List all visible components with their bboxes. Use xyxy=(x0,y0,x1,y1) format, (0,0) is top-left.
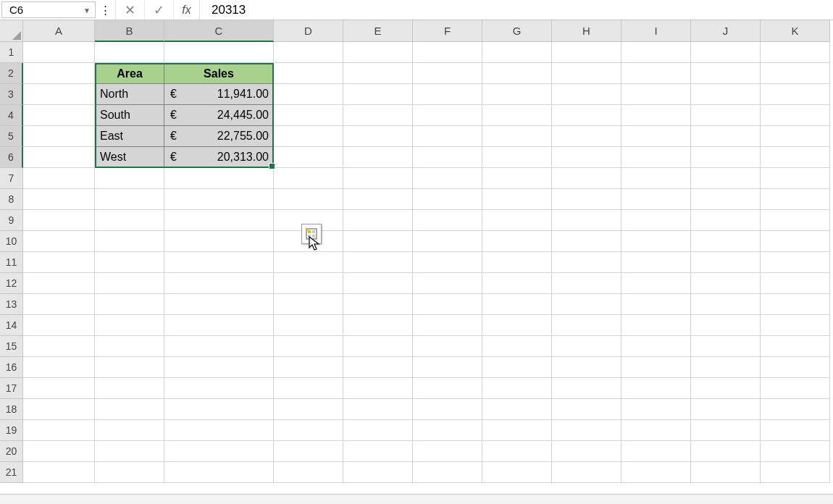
cell-C21[interactable] xyxy=(164,462,274,483)
cell-F14[interactable] xyxy=(413,315,482,336)
cell-H2[interactable] xyxy=(552,63,621,84)
cell-J4[interactable] xyxy=(691,105,761,126)
cell-C8[interactable] xyxy=(164,189,274,210)
cell-D8[interactable] xyxy=(274,189,343,210)
row-header-7[interactable]: 7 xyxy=(0,168,23,189)
column-header-J[interactable]: J xyxy=(691,20,761,42)
cell-G1[interactable] xyxy=(482,42,552,63)
cell-G11[interactable] xyxy=(482,252,552,273)
cell-E9[interactable] xyxy=(343,210,413,231)
cell-H5[interactable] xyxy=(552,126,621,147)
cell-K18[interactable] xyxy=(761,399,830,420)
cell-J7[interactable] xyxy=(691,168,761,189)
cell-B10[interactable] xyxy=(95,231,164,252)
cell-E16[interactable] xyxy=(343,357,413,378)
cell-K13[interactable] xyxy=(761,294,830,315)
cell-H9[interactable] xyxy=(552,210,621,231)
cell-C12[interactable] xyxy=(164,273,274,294)
cell-D18[interactable] xyxy=(274,399,343,420)
cell-C17[interactable] xyxy=(164,378,274,399)
row-header-9[interactable]: 9 xyxy=(0,210,23,231)
column-header-H[interactable]: H xyxy=(552,20,621,42)
cell-A1[interactable] xyxy=(23,42,95,63)
cell-K3[interactable] xyxy=(761,84,830,105)
cell-I3[interactable] xyxy=(621,84,691,105)
column-header-B[interactable]: B xyxy=(95,20,164,42)
cell-C7[interactable] xyxy=(164,168,274,189)
cell-E17[interactable] xyxy=(343,378,413,399)
cell-I2[interactable] xyxy=(621,63,691,84)
cell-I16[interactable] xyxy=(621,357,691,378)
cell-E19[interactable] xyxy=(343,420,413,441)
cell-G10[interactable] xyxy=(482,231,552,252)
cell-G19[interactable] xyxy=(482,420,552,441)
cell-J18[interactable] xyxy=(691,399,761,420)
cell-C14[interactable] xyxy=(164,315,274,336)
cell-B9[interactable] xyxy=(95,210,164,231)
cell-H14[interactable] xyxy=(552,315,621,336)
cell-A19[interactable] xyxy=(23,420,95,441)
cell-D15[interactable] xyxy=(274,336,343,357)
cell-E18[interactable] xyxy=(343,399,413,420)
cell-J15[interactable] xyxy=(691,336,761,357)
row-header-13[interactable]: 13 xyxy=(0,294,23,315)
cell-K4[interactable] xyxy=(761,105,830,126)
cell-J10[interactable] xyxy=(691,231,761,252)
cell-I20[interactable] xyxy=(621,441,691,462)
cell-K7[interactable] xyxy=(761,168,830,189)
cell-B7[interactable] xyxy=(95,168,164,189)
cell-D6[interactable] xyxy=(274,147,343,168)
cell-F5[interactable] xyxy=(413,126,482,147)
cell-F21[interactable] xyxy=(413,462,482,483)
cell-B6[interactable]: West xyxy=(95,147,164,168)
cell-B12[interactable] xyxy=(95,273,164,294)
row-header-14[interactable]: 14 xyxy=(0,315,23,336)
cell-A7[interactable] xyxy=(23,168,95,189)
cell-J17[interactable] xyxy=(691,378,761,399)
cell-C1[interactable] xyxy=(164,42,274,63)
cell-C5[interactable]: €22,755.00 xyxy=(164,126,274,147)
cell-K11[interactable] xyxy=(761,252,830,273)
cell-J5[interactable] xyxy=(691,126,761,147)
cell-C10[interactable] xyxy=(164,231,274,252)
cell-I21[interactable] xyxy=(621,462,691,483)
cell-K15[interactable] xyxy=(761,336,830,357)
cell-E14[interactable] xyxy=(343,315,413,336)
cell-K2[interactable] xyxy=(761,63,830,84)
name-box-dropdown-icon[interactable]: ▼ xyxy=(80,4,93,17)
cell-B13[interactable] xyxy=(95,294,164,315)
cell-K5[interactable] xyxy=(761,126,830,147)
cell-B18[interactable] xyxy=(95,399,164,420)
cell-B16[interactable] xyxy=(95,357,164,378)
cell-F16[interactable] xyxy=(413,357,482,378)
cell-G16[interactable] xyxy=(482,357,552,378)
cell-A6[interactable] xyxy=(23,147,95,168)
cell-K21[interactable] xyxy=(761,462,830,483)
cell-A12[interactable] xyxy=(23,273,95,294)
cell-H21[interactable] xyxy=(552,462,621,483)
cell-E21[interactable] xyxy=(343,462,413,483)
cell-I8[interactable] xyxy=(621,189,691,210)
cell-H4[interactable] xyxy=(552,105,621,126)
name-box[interactable]: C6 ▼ xyxy=(1,1,96,18)
cell-J9[interactable] xyxy=(691,210,761,231)
cell-E8[interactable] xyxy=(343,189,413,210)
cell-B17[interactable] xyxy=(95,378,164,399)
cell-A18[interactable] xyxy=(23,399,95,420)
cell-K6[interactable] xyxy=(761,147,830,168)
cell-A14[interactable] xyxy=(23,315,95,336)
cell-A2[interactable] xyxy=(23,63,95,84)
cell-C11[interactable] xyxy=(164,252,274,273)
cell-E12[interactable] xyxy=(343,273,413,294)
cell-F1[interactable] xyxy=(413,42,482,63)
column-header-A[interactable]: A xyxy=(23,20,95,42)
row-header-8[interactable]: 8 xyxy=(0,189,23,210)
column-header-G[interactable]: G xyxy=(482,20,552,42)
cell-C20[interactable] xyxy=(164,441,274,462)
cell-E7[interactable] xyxy=(343,168,413,189)
cell-D21[interactable] xyxy=(274,462,343,483)
cell-F13[interactable] xyxy=(413,294,482,315)
cell-I13[interactable] xyxy=(621,294,691,315)
cell-A20[interactable] xyxy=(23,441,95,462)
row-header-12[interactable]: 12 xyxy=(0,273,23,294)
